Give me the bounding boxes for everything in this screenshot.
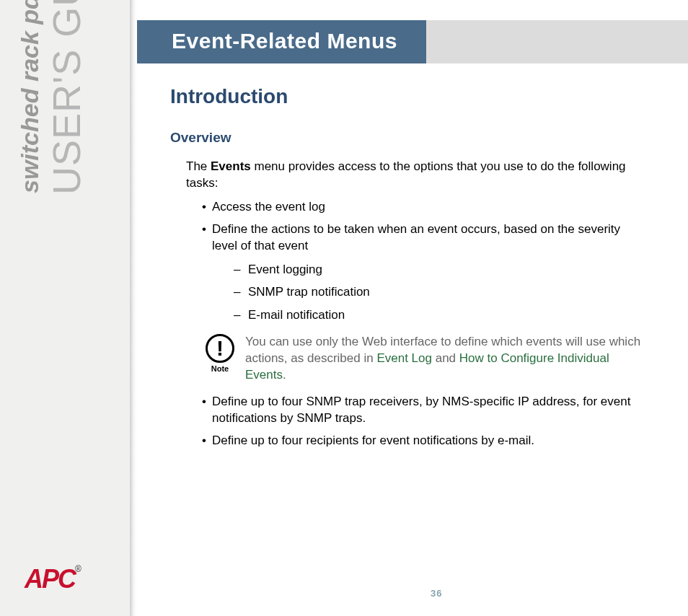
list-item-text: Define the actions to be taken when an e…	[212, 222, 620, 252]
list-item: Define up to four recipients for event n…	[202, 433, 646, 449]
section-heading: Introduction	[170, 85, 646, 108]
note-label: Note	[202, 364, 238, 373]
bullet-list-b: Define up to four SNMP trap receivers, b…	[202, 394, 646, 449]
sidebar: switched rack pdu USER'S GUIDE APC®	[0, 0, 130, 616]
intro-paragraph: The Events menu provides access to the o…	[186, 159, 646, 192]
brand-logo: APC®	[25, 564, 81, 594]
sidebar-subtitle: switched rack pdu	[16, 0, 44, 193]
note-text-mid: and	[432, 351, 459, 365]
bullet-list-a: Access the event log Define the actions …	[202, 199, 646, 324]
dash-list: Event logging SNMP trap notification E-m…	[234, 260, 646, 325]
logo-text: APC	[25, 564, 75, 594]
intro-text-bold: Events	[211, 159, 251, 173]
page-title: Event-Related Menus	[137, 20, 426, 63]
sidebar-title: USER'S GUIDE	[44, 0, 89, 195]
list-item: Access the event log	[202, 199, 646, 216]
list-item: Define the actions to be taken when an e…	[202, 221, 646, 324]
note-callout: ! Note You can use only the Web interfac…	[202, 334, 646, 384]
list-item: SNMP trap notification	[234, 283, 646, 302]
intro-text-pre: The	[186, 159, 211, 173]
note-icon: ! Note	[202, 334, 238, 373]
vertical-title-block: switched rack pdu USER'S GUIDE	[22, 0, 89, 195]
link-event-log[interactable]: Event Log	[376, 351, 432, 365]
main-content: Introduction Overview The Events menu pr…	[170, 85, 646, 455]
subsection-heading: Overview	[170, 130, 646, 146]
registered-mark: ®	[75, 564, 81, 574]
list-item: Define up to four SNMP trap receivers, b…	[202, 394, 646, 427]
title-bar-fill	[426, 20, 688, 63]
page-number: 36	[431, 588, 442, 599]
title-bar: Event-Related Menus	[137, 20, 688, 63]
intro-text-post: menu provides access to the options that…	[186, 159, 626, 190]
note-text: You can use only the Web interface to de…	[245, 334, 646, 384]
note-text-post: .	[283, 368, 286, 382]
list-item: E-mail notification	[234, 306, 646, 325]
exclamation-icon: !	[206, 334, 234, 363]
page-spine	[130, 0, 137, 616]
list-item: Event logging	[234, 260, 646, 279]
